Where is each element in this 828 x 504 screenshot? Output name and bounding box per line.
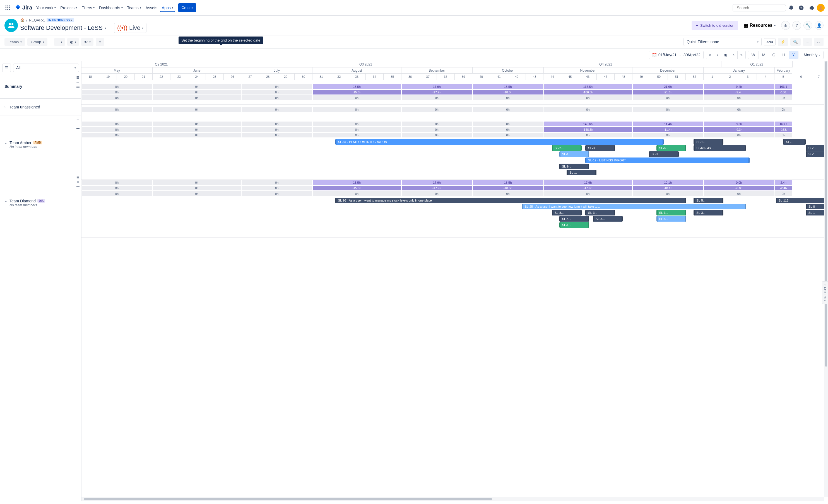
data-cell: 0h xyxy=(242,107,312,112)
eye-button[interactable]: 👁 ▾ xyxy=(81,38,93,46)
week-cell: 39 xyxy=(455,74,472,80)
data-row: 0h0h0h0h0h0h0h0h0h0h xyxy=(81,95,828,101)
team-amber-row[interactable]: ⌄Team AmberAMB No team members ☰▭▬ xyxy=(0,116,81,174)
breadcrumb-key[interactable]: REQAR-1 xyxy=(29,18,45,22)
help-icon[interactable]: ? xyxy=(797,3,806,12)
gantt-bar[interactable]: SL-3... xyxy=(656,210,686,216)
data-cell: 17.9h xyxy=(402,180,472,185)
team-diamond-row[interactable]: ⌄Team DiamondDIA No team members ☰▭▬ xyxy=(0,174,81,232)
horizontal-scrollbar[interactable] xyxy=(81,497,824,501)
group-dropdown[interactable]: Group ▾ xyxy=(27,38,47,46)
all-select[interactable]: All▾ xyxy=(13,63,79,72)
gantt-bar[interactable]: SL-12 - LISTINGS IMPORT xyxy=(585,157,750,163)
gantt-bar[interactable]: SL-9... xyxy=(560,164,589,169)
settings-icon[interactable] xyxy=(807,3,816,12)
gantt-bar[interactable]: SL-1... xyxy=(560,222,589,228)
breadcrumb-home-icon[interactable]: 🏠 xyxy=(20,18,25,22)
create-button[interactable]: Create xyxy=(178,3,196,12)
filter-icon[interactable]: ☰ xyxy=(2,63,11,72)
help2-icon[interactable]: ? xyxy=(792,21,801,30)
date-end: 30/Apr/22 xyxy=(684,53,701,57)
backlog-tab[interactable]: BACKLOG xyxy=(822,281,828,304)
app-switcher-icon[interactable] xyxy=(3,3,12,12)
gantt-bar[interactable]: SL-... xyxy=(783,139,805,145)
chevron-down-icon[interactable]: ⌄ xyxy=(4,141,8,145)
wrench-icon[interactable]: 🔧 xyxy=(803,21,813,30)
view-modes: WMQHY xyxy=(748,51,798,59)
resources-button[interactable]: ▦ Resources ▾ xyxy=(740,20,779,30)
gantt-bar[interactable]: SL-1... xyxy=(560,151,589,157)
view-mode-W[interactable]: W xyxy=(748,51,759,59)
nav-first-icon[interactable]: « xyxy=(706,51,714,59)
gantt-bar[interactable]: SL-3... xyxy=(694,210,723,216)
gantt-bar[interactable]: SL-113 - xyxy=(776,198,828,203)
jira-logo[interactable]: Jira xyxy=(14,4,32,11)
search-field[interactable] xyxy=(737,6,786,10)
month-cell: June xyxy=(153,67,242,74)
nav-last-icon[interactable]: » xyxy=(738,51,745,59)
gantt-bar[interactable]: SL-25 - As a user I want to see how long… xyxy=(522,204,746,209)
view-mode-Q[interactable]: Q xyxy=(769,51,779,59)
data-cell: 0h xyxy=(153,107,241,112)
nav-item-your-work[interactable]: Your work ▾ xyxy=(35,3,58,12)
view-mode-M[interactable]: M xyxy=(759,51,769,59)
gantt-bar[interactable]: SL-5... xyxy=(694,198,723,203)
data-cell: 0h xyxy=(242,186,312,191)
bolt-button[interactable]: ⚡ xyxy=(778,38,788,46)
week-cell: 38 xyxy=(437,74,455,80)
chevron-down-icon[interactable]: ⌄ xyxy=(4,199,8,203)
week-cell: 43 xyxy=(526,74,544,80)
gantt-bar[interactable]: SL-4... xyxy=(560,216,589,222)
date-range[interactable]: 📅 01/May/21 - 30/Apr/22 xyxy=(649,51,704,59)
search-button[interactable]: 🔍 xyxy=(790,38,801,46)
gantt-bar[interactable]: SL-3... xyxy=(585,210,615,216)
export-button[interactable]: ⇪ xyxy=(96,38,104,46)
nav-item-projects[interactable]: Projects ▾ xyxy=(58,3,79,12)
gantt-bar[interactable]: SL-2... xyxy=(552,145,582,151)
quick-filters-select[interactable]: Quick Filters: none▾ xyxy=(684,38,761,46)
gantt-bar[interactable]: SL-84 - PLATFORM INTEGRATION xyxy=(335,139,664,145)
notifications-icon[interactable] xyxy=(787,3,796,12)
nav-item-dashboards[interactable]: Dashboards ▾ xyxy=(97,3,124,12)
svg-rect-8 xyxy=(9,9,10,10)
team-unassigned-row[interactable]: ›Team unassigned ☰ xyxy=(0,99,81,116)
teams-dropdown[interactable]: Teams ▾ xyxy=(4,38,25,46)
nav-next-icon[interactable]: › xyxy=(730,51,738,59)
vertical-scrollbar[interactable] xyxy=(824,61,828,497)
gantt-bar[interactable]: SL-8... xyxy=(552,210,582,216)
gantt-bar[interactable]: SL-3... xyxy=(585,145,615,151)
title-dropdown-icon[interactable]: ▾ xyxy=(105,27,106,30)
gantt-bar[interactable]: SL-... xyxy=(567,170,596,175)
contrast-button[interactable]: ◐ ▾ xyxy=(67,38,79,46)
nav-item-assets[interactable]: Assets xyxy=(144,3,159,12)
view-mode-H[interactable]: H xyxy=(779,51,789,59)
gantt-bar[interactable]: SL-6... xyxy=(656,145,686,151)
and-toggle[interactable]: AND xyxy=(764,38,776,45)
add-button[interactable]: + ▾ xyxy=(54,38,65,46)
nav-item-apps[interactable]: Apps ▾ xyxy=(160,3,175,12)
data-cell: 18.5h xyxy=(473,180,543,185)
data-cell: -166.5h xyxy=(544,90,632,95)
period-select[interactable]: Monthly ▾ xyxy=(801,51,824,59)
chevron-right-icon[interactable]: › xyxy=(4,105,8,109)
gantt-bar[interactable]: SL-1... xyxy=(649,151,679,157)
more-button[interactable]: ⋯ xyxy=(803,38,812,46)
search-input[interactable] xyxy=(733,4,786,11)
nav-prev-icon[interactable]: ‹ xyxy=(714,51,721,59)
gantt-bar[interactable]: SL-5... xyxy=(656,216,686,222)
gantt-bar[interactable]: SL-60 - As ... xyxy=(694,145,746,151)
nav-item-teams[interactable]: Teams ▾ xyxy=(126,3,143,12)
gantt-bar[interactable]: SL-3... xyxy=(593,216,623,222)
nav-item-filters[interactable]: Filters ▾ xyxy=(80,3,96,12)
collapse-button[interactable]: ︿ xyxy=(814,38,824,46)
user-avatar[interactable] xyxy=(817,4,825,12)
nav-today-icon[interactable]: ◉ xyxy=(721,51,730,59)
gantt-bar[interactable]: SL-1... xyxy=(694,139,723,145)
person-icon[interactable]: 👤 xyxy=(815,21,824,30)
share-icon[interactable]: ⋔ xyxy=(781,21,790,30)
switch-version-button[interactable]: ✦ Switch to old version xyxy=(692,21,738,30)
gantt-bar[interactable]: SL-96 - As a user I want to manage my st… xyxy=(335,198,686,203)
view-mode-Y[interactable]: Y xyxy=(789,51,798,59)
live-badge[interactable]: ((•)) Live ▾ xyxy=(114,23,147,33)
status-badge[interactable]: IN PROGRESS ▾ xyxy=(47,18,73,22)
